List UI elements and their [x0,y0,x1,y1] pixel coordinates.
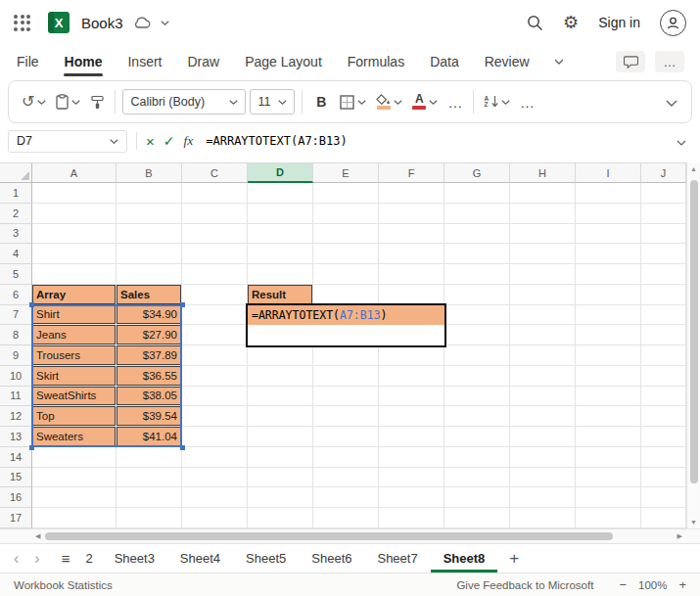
tab-file[interactable]: File [16,46,40,77]
cell-H4[interactable] [510,244,576,264]
sheet-nav-left-icon[interactable]: ‹ [6,551,26,567]
cell-F1[interactable] [379,183,444,204]
formula-input[interactable]: =ARRAYTOTEXT(A7:B13) [206,134,348,148]
row-header-4[interactable]: 4 [0,244,32,264]
cell-B17[interactable] [117,508,182,528]
row-header-14[interactable]: 14 [0,447,32,468]
cell-E2[interactable] [313,204,379,224]
sheet-tab-sheet4[interactable]: Sheet4 [167,544,233,573]
vertical-scroll-thumb[interactable] [690,180,698,483]
cell-E10[interactable] [313,366,379,387]
sort-filter-dropdown[interactable]: AZ [481,93,513,111]
cell-B10[interactable]: $36.55 [117,366,182,387]
cell-H17[interactable] [510,508,576,528]
row-header-7[interactable]: 7 [0,305,32,326]
cell-B3[interactable] [117,224,182,245]
cell-I17[interactable] [576,508,641,528]
cell-B2[interactable] [117,204,182,224]
cell-D10[interactable] [248,366,313,387]
cell-H9[interactable] [510,345,576,366]
cell-G5[interactable] [444,264,510,285]
menubar-more-button[interactable]: … [655,51,684,72]
cell-B12[interactable]: $39.54 [117,406,182,427]
cell-E14[interactable] [313,447,379,468]
cell-B4[interactable] [117,244,182,264]
cell-I10[interactable] [576,366,641,387]
cell-F5[interactable] [379,264,444,285]
cell-F11[interactable] [379,387,444,407]
cell-F3[interactable] [379,224,444,245]
excel-logo-icon[interactable]: X [48,12,70,33]
cell-C9[interactable] [182,345,248,366]
font-color-dropdown[interactable]: A [409,91,441,113]
row-header-3[interactable]: 3 [0,224,32,245]
cell-C7[interactable] [182,305,248,326]
cell-J17[interactable] [641,508,686,528]
cell-E13[interactable] [313,427,379,447]
cell-C17[interactable] [182,508,248,528]
cell-C8[interactable] [182,325,248,345]
range-fill-handle[interactable] [180,302,185,307]
cell-A16[interactable] [32,487,117,508]
cell-E3[interactable] [313,224,379,245]
cell-G16[interactable] [444,487,510,508]
cell-B5[interactable] [117,264,182,285]
cell-D6[interactable]: Result [248,285,313,305]
app-launcher-icon[interactable] [14,15,30,31]
cell-C2[interactable] [182,204,248,224]
cell-F14[interactable] [379,447,444,468]
cell-E17[interactable] [313,508,379,528]
cell-E15[interactable] [313,468,379,488]
cell-B6[interactable]: Sales [117,285,182,305]
more-tabs-chevron-icon[interactable] [554,59,564,65]
cell-I1[interactable] [576,183,641,204]
format-painter-button[interactable] [87,92,108,113]
cell-G12[interactable] [444,406,510,427]
cell-I9[interactable] [576,345,641,366]
cell-H11[interactable] [510,387,576,407]
cell-F13[interactable] [379,427,444,447]
cell-A2[interactable] [32,204,117,224]
cell-I3[interactable] [576,224,641,245]
cell-D15[interactable] [248,468,313,488]
cell-J4[interactable] [641,244,686,264]
insert-function-fx-icon[interactable]: fx [184,133,194,149]
name-box[interactable]: D7 [8,130,127,153]
cell-G13[interactable] [444,427,510,447]
cell-E6[interactable] [313,285,379,305]
cell-E11[interactable] [313,387,379,407]
vertical-scrollbar[interactable]: ▲ ▼ [686,162,700,528]
scroll-right-arrow-icon[interactable]: ▶ [677,532,682,540]
cell-D3[interactable] [248,224,313,245]
cell-F4[interactable] [379,244,444,264]
scroll-left-arrow-icon[interactable]: ◀ [35,532,40,540]
cell-I7[interactable] [576,305,641,326]
cell-C15[interactable] [182,468,248,488]
cell-E1[interactable] [313,183,379,204]
cell-E5[interactable] [313,264,379,285]
cell-I6[interactable] [576,285,641,305]
cell-F16[interactable] [379,487,444,508]
cell-G8[interactable] [444,325,510,345]
cell-A9[interactable]: Trousers [32,345,117,366]
sheet-tab-sheet3[interactable]: Sheet3 [102,544,167,573]
cell-D12[interactable] [248,406,313,427]
sheet-tab-sheet5[interactable]: Sheet5 [233,544,299,573]
cell-B7[interactable]: $34.90 [117,305,182,326]
cell-B16[interactable] [117,487,182,508]
cell-I4[interactable] [576,244,641,264]
cell-C4[interactable] [182,244,248,264]
undo-button[interactable]: ↺ [19,91,49,113]
tab-page-layout[interactable]: Page Layout [244,46,323,77]
sign-in-link[interactable]: Sign in [598,15,640,30]
row-header-2[interactable]: 2 [0,204,32,224]
cell-H5[interactable] [510,264,576,285]
column-header-A[interactable]: A [32,163,117,183]
cell-B8[interactable]: $27.90 [117,325,182,345]
cell-J3[interactable] [641,224,686,245]
cell-E16[interactable] [313,487,379,508]
cell-F12[interactable] [379,406,444,427]
cell-A1[interactable] [32,183,117,204]
cell-J5[interactable] [641,264,686,285]
cell-A17[interactable] [32,508,117,528]
